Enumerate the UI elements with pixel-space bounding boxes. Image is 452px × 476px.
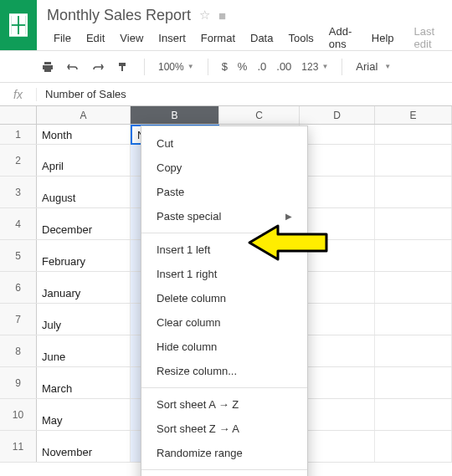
menu-bar: File Edit View Insert Format Data Tools … (47, 27, 442, 49)
select-all-corner[interactable] (0, 106, 37, 124)
toolbar-divider (144, 59, 145, 75)
format-more[interactable]: 123▼ (301, 61, 328, 73)
col-header-e[interactable]: E (375, 106, 452, 124)
context-menu-separator (141, 387, 307, 388)
col-header-b[interactable]: B (131, 106, 219, 124)
cell-D7[interactable] (300, 304, 375, 335)
row-header[interactable]: 10 (0, 399, 37, 430)
zoom-selector[interactable]: 100%▼ (158, 61, 194, 73)
cell-A4[interactable]: December (37, 208, 131, 239)
ctx-paste-special[interactable]: Paste special▶ (141, 204, 307, 228)
menu-addons[interactable]: Add-ons (322, 23, 363, 52)
cell-A5[interactable]: February (37, 240, 131, 271)
svg-rect-5 (19, 26, 25, 34)
cell-A10[interactable]: May (37, 399, 131, 430)
format-currency[interactable]: $ (222, 60, 228, 73)
svg-rect-2 (12, 16, 18, 24)
cell-A2[interactable]: April (37, 145, 131, 176)
cell-D4[interactable] (300, 208, 375, 239)
menu-tools[interactable]: Tools (281, 30, 320, 46)
cell-E6[interactable] (375, 272, 452, 303)
cell-E8[interactable] (375, 335, 452, 366)
cell-A9[interactable]: March (37, 367, 131, 398)
ctx-sort-sheet-z-a[interactable]: Sort sheet Z → A (141, 417, 307, 441)
print-icon[interactable] (40, 59, 55, 74)
cell-E10[interactable] (375, 399, 452, 430)
menu-edit[interactable]: Edit (80, 30, 111, 46)
col-header-a[interactable]: A (37, 106, 131, 124)
context-menu-separator (141, 469, 307, 470)
cell-E2[interactable] (375, 145, 452, 176)
row-header[interactable]: 7 (0, 304, 37, 335)
app-header: Monthly Sales Report ☆ ■ File Edit View … (0, 0, 452, 51)
cell-A11[interactable]: November (37, 431, 131, 462)
star-icon[interactable]: ☆ (199, 8, 210, 23)
menu-insert[interactable]: Insert (152, 30, 193, 46)
folder-icon[interactable]: ■ (218, 8, 226, 23)
cell-D6[interactable] (300, 272, 375, 303)
menu-view[interactable]: View (113, 30, 150, 46)
ctx-randomize-range[interactable]: Randomize range (141, 441, 307, 465)
fx-icon[interactable]: fx (0, 88, 37, 101)
undo-icon[interactable] (65, 59, 80, 74)
row-header[interactable]: 6 (0, 272, 37, 303)
menu-data[interactable]: Data (244, 30, 280, 46)
row-header[interactable]: 3 (0, 177, 37, 207)
cell-A1[interactable]: Month (37, 125, 131, 145)
cell-D5[interactable] (300, 240, 375, 271)
ctx-paste[interactable]: Paste (141, 180, 307, 204)
row-header[interactable]: 2 (0, 145, 37, 176)
font-selector[interactable]: Arial▼ (356, 60, 391, 73)
cell-D2[interactable] (300, 145, 375, 176)
cell-D10[interactable] (300, 399, 375, 430)
row-header[interactable]: 4 (0, 208, 37, 239)
cell-D8[interactable] (300, 335, 375, 366)
formula-input[interactable]: Number of Sales (37, 88, 126, 100)
cell-E1[interactable] (375, 125, 452, 145)
cell-E4[interactable] (375, 208, 452, 239)
formula-bar: fx Number of Sales (0, 83, 452, 106)
cell-D11[interactable] (300, 431, 375, 462)
row-header[interactable]: 5 (0, 240, 37, 271)
ctx-cut[interactable]: Cut (141, 131, 307, 156)
svg-rect-3 (19, 16, 25, 24)
ctx-sort-sheet-a-z[interactable]: Sort sheet A → Z (141, 392, 307, 417)
cell-E11[interactable] (375, 431, 452, 462)
ctx-clear-column[interactable]: Clear column (141, 310, 307, 335)
cell-A3[interactable]: August (37, 177, 131, 207)
row-header[interactable]: 11 (0, 431, 37, 462)
menu-format[interactable]: Format (194, 30, 242, 46)
menu-file[interactable]: File (47, 30, 78, 46)
row-header[interactable]: 8 (0, 335, 37, 366)
cell-D9[interactable] (300, 367, 375, 398)
menu-help[interactable]: Help (365, 30, 401, 46)
row-header[interactable]: 1 (0, 125, 37, 144)
format-increase-decimal[interactable]: .00 (276, 60, 291, 73)
cell-D3[interactable] (300, 177, 375, 207)
ctx-resize-column-[interactable]: Resize column... (141, 359, 307, 383)
cell-A6[interactable]: January (37, 272, 131, 303)
cell-E3[interactable] (375, 177, 452, 207)
ctx-copy[interactable]: Copy (141, 156, 307, 180)
format-decrease-decimal[interactable]: .0 (257, 60, 266, 73)
cell-E5[interactable] (375, 240, 452, 271)
sheets-logo[interactable] (0, 0, 37, 50)
redo-icon[interactable] (90, 59, 105, 74)
col-header-d[interactable]: D (300, 106, 375, 124)
col-header-c[interactable]: C (219, 106, 300, 124)
ctx-delete-column[interactable]: Delete column (141, 286, 307, 310)
paint-format-icon[interactable] (116, 59, 131, 74)
cell-E7[interactable] (375, 304, 452, 335)
toolbar: 100%▼ $ % .0 .00 123▼ Arial▼ (0, 51, 452, 83)
document-title[interactable]: Monthly Sales Report (47, 7, 191, 24)
ctx-insert-1-left[interactable]: Insert 1 left (141, 238, 307, 262)
cell-E9[interactable] (375, 367, 452, 398)
format-percent[interactable]: % (238, 60, 248, 73)
row-header[interactable]: 9 (0, 367, 37, 398)
ctx-hide-column[interactable]: Hide column (141, 335, 307, 359)
cell-A7[interactable]: July (37, 304, 131, 335)
cell-A8[interactable]: June (37, 335, 131, 366)
last-edit-text[interactable]: Last edit (414, 25, 442, 50)
ctx-insert-1-right[interactable]: Insert 1 right (141, 262, 307, 286)
cell-D1[interactable] (300, 125, 375, 145)
